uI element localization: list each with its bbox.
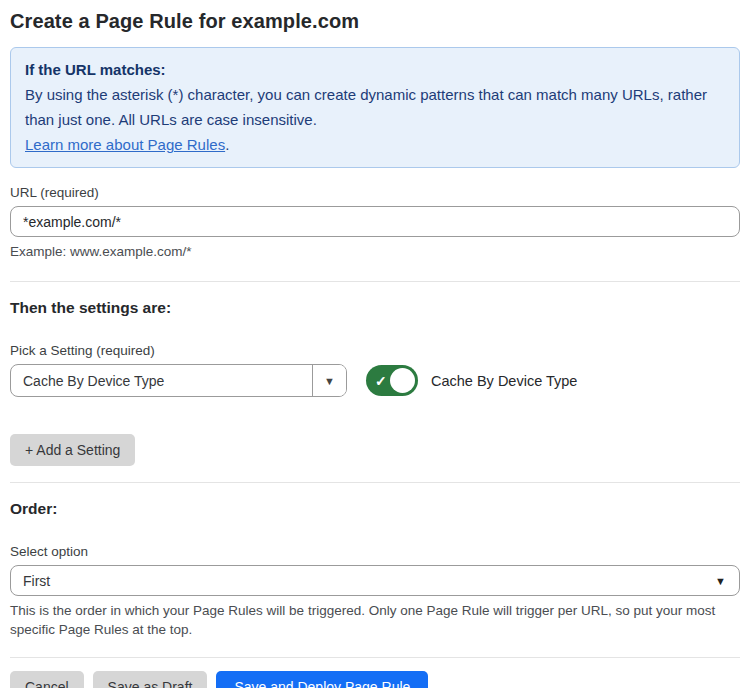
toggle-knob — [390, 368, 415, 393]
order-section-heading: Order: — [10, 500, 740, 518]
setting-toggle[interactable]: ✓ — [366, 365, 418, 396]
order-select-value: First — [23, 573, 50, 589]
dropdown-caret-icon[interactable]: ▼ — [312, 365, 346, 396]
page-rule-form: Create a Page Rule for example.com If th… — [0, 8, 750, 688]
info-box-body: By using the asterisk (*) character, you… — [25, 82, 725, 132]
learn-more-link[interactable]: Learn more about Page Rules — [25, 136, 225, 153]
divider — [10, 657, 740, 658]
order-select-label: Select option — [10, 544, 740, 559]
check-icon: ✓ — [375, 372, 387, 388]
info-box-link-line: Learn more about Page Rules. — [25, 132, 725, 157]
url-example-text: Example: www.example.com/* — [10, 244, 740, 259]
divider — [10, 482, 740, 483]
info-box-heading: If the URL matches: — [25, 57, 725, 82]
order-help-text: This is the order in which your Page Rul… — [10, 601, 740, 639]
page-title: Create a Page Rule for example.com — [10, 8, 740, 35]
url-field-label: URL (required) — [10, 185, 740, 200]
divider — [10, 281, 740, 282]
select-caret-icon: ▼ — [715, 575, 726, 587]
save-draft-button[interactable]: Save as Draft — [93, 671, 208, 688]
add-setting-button[interactable]: + Add a Setting — [10, 434, 135, 466]
url-match-info-box: If the URL matches: By using the asteris… — [10, 47, 740, 168]
setting-row: Cache By Device Type ▼ ✓ Cache By Device… — [10, 364, 740, 397]
setting-dropdown[interactable]: Cache By Device Type ▼ — [10, 364, 347, 397]
save-deploy-button[interactable]: Save and Deploy Page Rule — [216, 671, 428, 688]
settings-section-heading: Then the settings are: — [10, 299, 740, 317]
toggle-label: Cache By Device Type — [431, 373, 577, 389]
pick-setting-label: Pick a Setting (required) — [10, 343, 740, 358]
setting-dropdown-value: Cache By Device Type — [11, 365, 312, 396]
cancel-button[interactable]: Cancel — [10, 671, 84, 688]
footer-actions: Cancel Save as Draft Save and Deploy Pag… — [10, 671, 740, 688]
link-period: . — [225, 136, 229, 153]
order-select[interactable]: First ▼ — [10, 565, 740, 596]
url-input[interactable] — [10, 206, 740, 237]
